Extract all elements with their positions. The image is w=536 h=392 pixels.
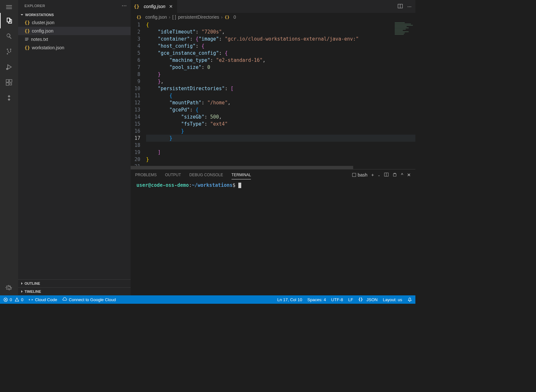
status-encoding[interactable]: UTF-8 (331, 297, 343, 302)
terminal-path: ~/workstations (192, 182, 233, 188)
file-notes-txt[interactable]: notes.txt (18, 35, 131, 43)
tab-problems[interactable]: PROBLEMS (135, 171, 157, 179)
svg-rect-3 (352, 173, 356, 177)
status-language[interactable]: {}JSON (358, 297, 378, 302)
terminal-user: user@code-oss-demo (136, 182, 189, 188)
json-icon: {} (25, 20, 30, 25)
file-label: cluster.json (32, 20, 55, 25)
chevron-right-icon: › (221, 14, 223, 20)
status-errors[interactable]: 0 (3, 297, 12, 302)
terminal-dropdown-icon[interactable]: ⌄ (378, 173, 380, 177)
cloud-code-icon[interactable] (0, 90, 18, 106)
scrollbar-thumb[interactable] (131, 166, 353, 169)
bottom-panel: PROBLEMS OUTPUT DEBUG CONSOLE TERMINAL b… (131, 169, 415, 295)
close-panel-icon[interactable]: ✕ (407, 172, 411, 177)
horizontal-scrollbar[interactable] (131, 166, 415, 169)
split-terminal-icon[interactable] (384, 172, 389, 178)
debug-icon[interactable] (0, 59, 18, 75)
json-icon: {} (358, 297, 363, 302)
extensions-icon[interactable] (0, 75, 18, 90)
sidebar-header: EXPLORER ⋯ (18, 0, 131, 11)
outline-section[interactable]: OUTLINE (18, 279, 131, 287)
file-cluster-json[interactable]: {}cluster.json (18, 18, 131, 27)
breadcrumb[interactable]: {} config.json › [ ] persistentDirectori… (131, 13, 415, 21)
sidebar-more-icon[interactable]: ⋯ (122, 3, 127, 9)
json-icon: {} (25, 45, 30, 50)
error-count: 0 (10, 297, 12, 302)
terminal[interactable]: user@code-oss-demo:~/workstations$ (131, 180, 415, 295)
split-editor-icon[interactable] (398, 4, 403, 10)
tab-label: config.json (144, 4, 165, 9)
status-bar: 0 0 Cloud Code Connect to Google Cloud L… (0, 295, 415, 304)
tab-debug-console[interactable]: DEBUG CONSOLE (189, 171, 223, 179)
tab-terminal[interactable]: TERMINAL (232, 171, 251, 179)
status-cloud-code[interactable]: Cloud Code (28, 297, 57, 302)
file-workstation-json[interactable]: {}workstation.json (18, 43, 131, 52)
code[interactable]: { "idleTimeout": "7200s", "container": {… (146, 21, 415, 166)
file-label: config.json (32, 28, 54, 33)
file-config-json[interactable]: {}config.json (18, 27, 131, 35)
file-tree: {}cluster.json {}config.json notes.txt {… (18, 18, 131, 279)
gutter: 123456789101112131415161718192021 (131, 21, 146, 166)
json-icon: {} (25, 28, 30, 33)
tab-actions: ⋯ (398, 0, 415, 13)
json-icon: {} (134, 4, 139, 9)
tab-output[interactable]: OUTPUT (165, 171, 181, 179)
activity-bar (0, 0, 18, 295)
editor-area: {} config.json ✕ ⋯ {} config.json › [ ] … (131, 0, 415, 295)
menu-icon[interactable] (0, 1, 18, 13)
editor[interactable]: 123456789101112131415161718192021 { "idl… (131, 21, 415, 166)
folder-header[interactable]: WORKSTATIONS (18, 11, 131, 18)
array-icon: [ ] (172, 14, 176, 20)
status-bell-icon[interactable] (407, 297, 412, 302)
file-label: notes.txt (31, 37, 48, 42)
kill-terminal-icon[interactable] (392, 172, 397, 178)
shell-name: bash (358, 172, 367, 177)
colon: : (189, 182, 192, 188)
panel-tabs: PROBLEMS OUTPUT DEBUG CONSOLE TERMINAL b… (131, 169, 415, 180)
file-label: workstation.json (32, 45, 64, 50)
chevron-right-icon: › (169, 14, 171, 20)
breadcrumb-file[interactable]: config.json (145, 14, 167, 20)
scm-icon[interactable] (0, 44, 18, 59)
settings-icon[interactable] (0, 280, 18, 295)
connect-cloud-label: Connect to Google Cloud (69, 297, 116, 302)
breadcrumb-index[interactable]: 0 (233, 14, 236, 20)
status-layout[interactable]: Layout: us (383, 297, 402, 302)
search-icon[interactable] (0, 28, 18, 44)
status-eol[interactable]: LF (348, 297, 353, 302)
warning-count: 0 (21, 297, 23, 302)
text-icon (25, 37, 29, 42)
sidebar-title: EXPLORER (25, 4, 45, 8)
prompt-symbol: $ (233, 182, 235, 188)
timeline-label: TIMELINE (25, 290, 41, 293)
status-cursor-pos[interactable]: Ln 17, Col 10 (277, 297, 302, 302)
json-icon: {} (224, 15, 230, 20)
cursor (238, 183, 241, 188)
timeline-section[interactable]: TIMELINE (18, 287, 131, 295)
breadcrumb-array[interactable]: persistentDirectories (178, 14, 219, 20)
close-tab-icon[interactable]: ✕ (168, 4, 174, 9)
folder-name: WORKSTATIONS (25, 13, 54, 17)
language-label: JSON (366, 297, 378, 302)
cloud-code-label: Cloud Code (35, 297, 57, 302)
minimap[interactable] (395, 22, 415, 41)
maximize-panel-icon[interactable]: ^ (401, 172, 403, 177)
tab-bar: {} config.json ✕ ⋯ (131, 0, 415, 13)
tab-more-icon[interactable]: ⋯ (407, 4, 412, 9)
status-warnings[interactable]: 0 (15, 297, 23, 302)
svg-point-0 (6, 68, 8, 70)
shell-selector[interactable]: bash (352, 172, 367, 177)
explorer-icon[interactable] (0, 13, 18, 28)
json-icon: {} (136, 15, 142, 20)
status-connect-cloud[interactable]: Connect to Google Cloud (62, 297, 116, 302)
status-indentation[interactable]: Spaces: 4 (307, 297, 326, 302)
sidebar: EXPLORER ⋯ WORKSTATIONS {}cluster.json {… (18, 0, 131, 295)
new-terminal-icon[interactable]: + (371, 172, 374, 177)
outline-label: OUTLINE (25, 282, 40, 285)
tab-config-json[interactable]: {} config.json ✕ (131, 0, 177, 13)
